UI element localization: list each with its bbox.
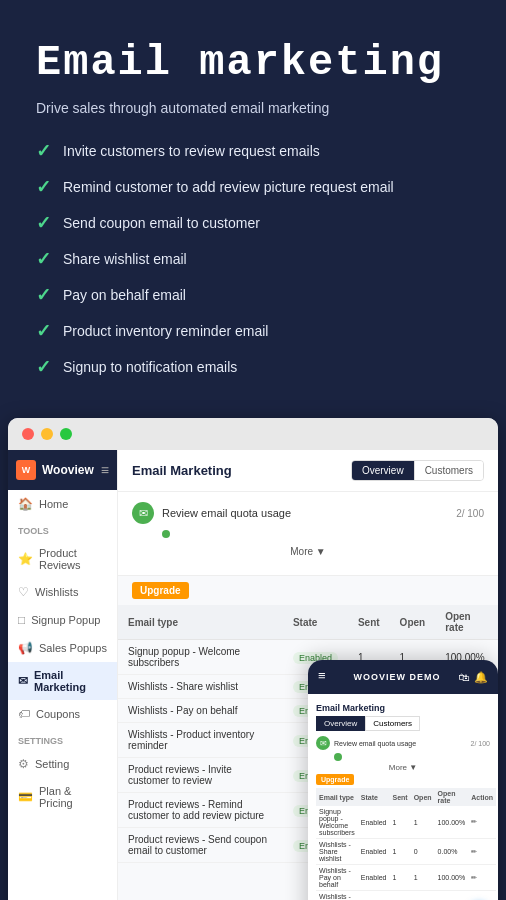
mobile-cell-action[interactable]: ✏ (468, 891, 496, 900)
sidebar-item-setting[interactable]: ⚙ Setting (8, 750, 117, 778)
sidebar-signup-popup-label: Signup Popup (31, 614, 100, 626)
sidebar-setting-label: Setting (35, 758, 69, 770)
tab-overview[interactable]: Overview (352, 461, 414, 480)
mobile-cell-state: Enabled (358, 839, 390, 865)
feature-list: ✓ Invite customers to review request ema… (36, 140, 470, 378)
browser-dot-red[interactable] (22, 428, 34, 440)
check-icon-6: ✓ (36, 320, 51, 342)
mobile-cell-open: 1 (411, 865, 435, 891)
coupon-icon: 🏷 (18, 707, 30, 721)
sidebar-home-label: Home (39, 498, 68, 510)
quota-status-dot (162, 530, 170, 538)
mobile-cell-type: Signup popup - Welcome subscribers (316, 806, 358, 839)
mobile-cell-type: Wishlists - Product inventory reminder (316, 891, 358, 900)
col-email-type: Email type (118, 605, 283, 640)
app-logo: W (16, 460, 36, 480)
table-header-row: Email type State Sent Open Open rate (118, 605, 498, 640)
mobile-cell-open: 1 (411, 806, 435, 839)
hamburger-icon[interactable]: ≡ (101, 462, 109, 478)
feature-text-1: Invite customers to review request email… (63, 143, 320, 159)
feature-text-5: Pay on behalf email (63, 287, 186, 303)
sidebar-email-marketing-label: Email Marketing (34, 669, 107, 693)
mobile-cell-sent: 1 (390, 865, 411, 891)
cell-email-type: Wishlists - Share wishlist (118, 675, 283, 699)
browser-dot-green[interactable] (60, 428, 72, 440)
mobile-table-row: Wishlists - Product inventory reminder E… (316, 891, 496, 900)
mobile-quota-dot (334, 753, 342, 761)
more-button[interactable]: More ▼ (276, 542, 339, 561)
sidebar-sales-popups-label: Sales Popups (39, 642, 107, 654)
col-state: State (283, 605, 348, 640)
browser-titlebar (8, 418, 498, 450)
mobile-cell-sent: 0 (390, 891, 411, 900)
mobile-cell-sent: 1 (390, 839, 411, 865)
col-sent: Sent (348, 605, 390, 640)
mobile-cell-state: Enabled (358, 865, 390, 891)
mobile-menu-icon[interactable]: ≡ (318, 668, 336, 686)
mobile-tab-customers[interactable]: Customers (365, 716, 420, 731)
feature-text-3: Send coupon email to customer (63, 215, 260, 231)
mobile-overlay: ≡ WOOVIEW DEMO 🛍 🔔 Email Marketing Overv… (308, 660, 498, 900)
feature-item-3: ✓ Send coupon email to customer (36, 212, 470, 234)
sidebar-item-product-reviews[interactable]: ⭐ Product Reviews (8, 540, 117, 578)
cell-email-type: Product reviews - Remind customer to add… (118, 793, 283, 828)
sidebar-plan-pricing-label: Plan & Pricing (39, 785, 107, 809)
mobile-tab-overview[interactable]: Overview (316, 716, 365, 731)
mobile-cell-sent: 1 (390, 806, 411, 839)
mobile-cell-action[interactable]: ✏ (468, 865, 496, 891)
quota-icon: ✉ (132, 502, 154, 524)
tab-customers[interactable]: Customers (414, 461, 483, 480)
mobile-col-action: Action (468, 788, 496, 806)
gear-icon: ⚙ (18, 757, 29, 771)
mobile-email-table: Email type State Sent Open Open rate Act… (316, 788, 496, 900)
mobile-upgrade-badge[interactable]: Upgrade (316, 774, 354, 785)
browser-dot-yellow[interactable] (41, 428, 53, 440)
sidebar-item-sales-popups[interactable]: 📢 Sales Popups (8, 634, 117, 662)
cell-email-type: Signup popup - Welcome subscribers (118, 640, 283, 675)
sidebar-wishlists-label: Wishlists (35, 586, 78, 598)
sidebar-item-wishlists[interactable]: ♡ Wishlists (8, 578, 117, 606)
mobile-col-state: State (358, 788, 390, 806)
sidebar-item-plan-pricing[interactable]: 💳 Plan & Pricing (8, 778, 117, 816)
cell-email-type: Product reviews - Invite customer to rev… (118, 758, 283, 793)
feature-item-1: ✓ Invite customers to review request ema… (36, 140, 470, 162)
sidebar-item-coupons[interactable]: 🏷 Coupons (8, 700, 117, 728)
cell-email-type: Product reviews - Send coupon email to c… (118, 828, 283, 863)
check-icon-1: ✓ (36, 140, 51, 162)
col-open-rate: Open rate (435, 605, 498, 640)
sidebar-item-home[interactable]: 🏠 Home (8, 490, 117, 518)
feature-item-7: ✓ Signup to notification emails (36, 356, 470, 378)
mobile-col-sent: Sent (390, 788, 411, 806)
home-icon: 🏠 (18, 497, 33, 511)
mobile-cell-state: Enabled (358, 891, 390, 900)
mobile-cell-rate: 100.00% (435, 806, 469, 839)
mobile-tabs: Overview Customers (316, 716, 490, 731)
check-icon-2: ✓ (36, 176, 51, 198)
sidebar-item-email-marketing[interactable]: ✉ Email Marketing (8, 662, 117, 700)
mobile-cell-action[interactable]: ✏ (468, 839, 496, 865)
quota-count: 2/ 100 (456, 508, 484, 519)
main-header: Email Marketing Overview Customers (118, 450, 498, 492)
mobile-more-btn[interactable]: More ▼ (316, 763, 490, 772)
settings-section-label: Settings (8, 728, 117, 750)
feature-text-7: Signup to notification emails (63, 359, 237, 375)
upgrade-section: Upgrade (118, 576, 498, 605)
mobile-header: ≡ WOOVIEW DEMO 🛍 🔔 (308, 660, 498, 694)
star-icon: ⭐ (18, 552, 33, 566)
sidebar-item-signup-popup[interactable]: □ Signup Popup (8, 606, 117, 634)
heart-icon: ♡ (18, 585, 29, 599)
mobile-quota-label: Review email quota usage (334, 740, 467, 747)
popup-icon: □ (18, 613, 25, 627)
feature-text-6: Product inventory reminder email (63, 323, 268, 339)
mobile-header-icons: 🛍 🔔 (458, 671, 488, 684)
mobile-bell-icon: 🔔 (474, 671, 488, 684)
mobile-table-row: Wishlists - Pay on behalf Enabled 1 1 10… (316, 865, 496, 891)
check-icon-7: ✓ (36, 356, 51, 378)
mobile-cell-action[interactable]: ✏ (468, 806, 496, 839)
mobile-table-header: Email type State Sent Open Open rate Act… (316, 788, 496, 806)
upgrade-badge[interactable]: Upgrade (132, 582, 189, 599)
cell-email-type: Wishlists - Product inventory reminder (118, 723, 283, 758)
check-icon-3: ✓ (36, 212, 51, 234)
hero-subtitle: Drive sales through automated email mark… (36, 100, 470, 116)
mobile-quota-row: ✉ Review email quota usage 2/ 100 (316, 736, 490, 750)
